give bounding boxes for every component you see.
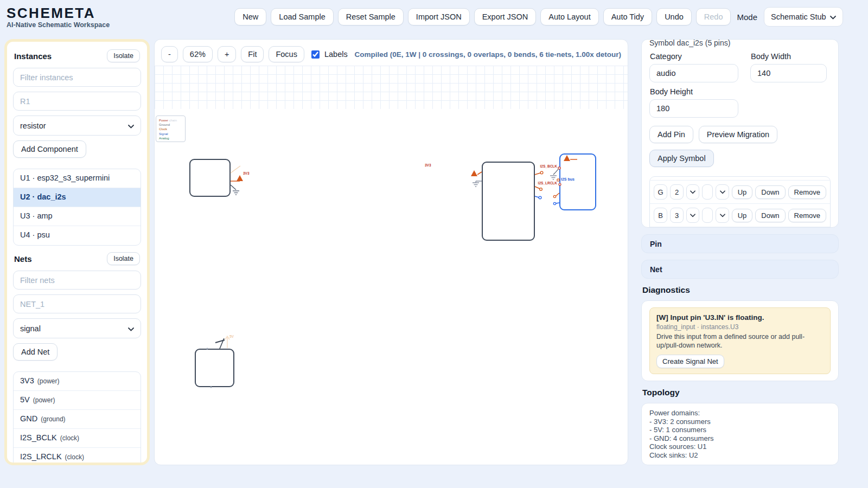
legend-power-label: Power [159,119,168,122]
u2-dac-body-selected[interactable] [559,153,596,210]
net-name-input[interactable] [13,294,141,313]
instance-row-u2[interactable]: U2 · dac_i2s [14,188,141,207]
net-row-gnd[interactable]: GND(ground) [14,410,141,429]
topology-line: Power domains: [649,409,831,418]
fit-button[interactable]: Fit [241,46,264,62]
net-kind: (clock) [60,434,79,442]
net-row-3v3[interactable]: 3V3(power) [14,372,141,391]
pin-name-input[interactable] [654,184,667,200]
instance-type-select[interactable]: resistor [13,115,141,136]
body-width-label: Body Width [751,52,827,61]
pin-extra-input[interactable] [702,184,713,200]
u1-bclk-pin [535,173,540,175]
add-component-button[interactable]: Add Component [13,140,86,158]
pin-up-button[interactable]: Up [732,185,753,199]
instance-row-u4[interactable]: U4 · psu [14,226,141,245]
instances-list: U1 · esp32_s3_supermini U2 · dac_i2s U3 … [13,169,141,246]
auto-layout-button[interactable]: Auto Layout [540,8,598,25]
net-section-header[interactable]: Net [641,260,839,279]
add-pin-button[interactable]: Add Pin [649,126,693,143]
legend-power-row: Power chain [159,118,182,123]
zoom-level-button[interactable]: 62% [183,46,213,62]
body-height-input[interactable] [649,99,738,118]
redo-button[interactable]: Redo [696,8,731,25]
nets-controls: signal Add Net [13,271,141,365]
preview-migration-button[interactable]: Preview Migration [699,126,777,143]
u1-lrclk-pin [535,187,540,189]
focus-button[interactable]: Focus [269,46,304,62]
zoom-in-button[interactable]: + [218,46,236,62]
nets-header: Nets Isolate [14,252,140,265]
body-width-field: Body Width [750,47,827,82]
pin-number-input[interactable] [670,184,684,200]
chevron-down-icon [128,324,134,333]
u1-esp32-body[interactable] [482,162,535,241]
pin-down-button[interactable]: Down [755,209,785,222]
legend-signal-label: Signal [159,132,182,136]
chevron-down-icon [128,121,134,130]
net-row-5v[interactable]: 5V(power) [14,391,141,410]
mode-select-value: Schematic Stub [771,12,826,21]
pin-type-select[interactable] [716,208,729,223]
net-type-select[interactable]: signal [13,318,141,338]
net-label-i2s-bus: I2S bus [561,177,575,181]
pin-number-input[interactable] [670,208,684,223]
labels-toggle[interactable]: Labels [309,49,348,60]
net-kind: (clock) [65,453,84,461]
compile-status: Compiled (0E, 1W | 0 crossings, 0 overla… [355,50,621,59]
net-label-i2s-lrclk: I2S_LRCLK [530,181,557,185]
pin-type-select[interactable] [716,184,729,200]
export-json-button[interactable]: Export JSON [474,8,537,25]
reset-sample-button[interactable]: Reset Sample [338,8,404,25]
topology-line: - 3V3: 2 consumers [649,418,831,426]
net-row-i2s-bclk[interactable]: I2S_BCLK(clock) [14,429,141,448]
arrow-up-icon [225,336,229,339]
symbol-fields-row: Category Body Width [649,47,831,82]
schematic-canvas[interactable]: - 62% + Fit Focus Labels Compiled (0E, 1… [154,39,628,465]
import-json-button[interactable]: Import JSON [408,8,470,25]
legend-power-mode: chain [169,119,177,122]
pin-name-input[interactable] [654,208,667,223]
nets-filter-input[interactable] [13,271,141,290]
create-signal-net-button[interactable]: Create Signal Net [656,355,724,368]
canvas-legend: Power chain Ground Clock Signal Analog [156,115,186,142]
u3-amp-body[interactable] [189,159,231,197]
pin-remove-button[interactable]: Remove [788,209,826,222]
pin-section-header[interactable]: Pin [641,234,839,253]
mode-select[interactable]: Schematic Stub [764,7,843,27]
instance-row-u3[interactable]: U3 · amp [14,207,141,226]
pin-extra-input[interactable] [702,208,713,223]
auto-tidy-button[interactable]: Auto Tidy [603,8,652,25]
load-sample-button[interactable]: Load Sample [271,8,333,25]
net-row-i2s-lrclk[interactable]: I2S_LRCLK(clock) [14,448,141,465]
undo-button[interactable]: Undo [656,8,692,25]
pin-side-select[interactable] [686,184,699,200]
u4-psu-body[interactable] [195,349,234,387]
instances-isolate-button[interactable]: Isolate [107,49,140,62]
instances-filter-input[interactable] [13,68,141,87]
category-input[interactable] [649,64,738,82]
net-name: GND [20,414,37,423]
body-width-input[interactable] [750,64,827,82]
apply-symbol-button[interactable]: Apply Symbol [649,150,714,167]
add-net-button[interactable]: Add Net [13,343,58,361]
canvas-grid [155,66,628,109]
pin-up-button[interactable]: Up [732,209,753,222]
nets-isolate-button[interactable]: Isolate [107,252,140,265]
topology-line: - 5V: 1 consumers [649,426,831,434]
net-name: I2S_LRCLK [20,452,62,461]
net-kind: (power) [37,377,60,385]
u2-tie-wire [553,169,558,175]
pin-side-select[interactable] [686,208,699,223]
pin-remove-button[interactable]: Remove [788,185,826,199]
labels-checkbox[interactable] [311,50,320,59]
instance-row-u1[interactable]: U1 · esp32_s3_supermini [14,169,141,188]
instance-name-input[interactable] [13,92,141,111]
chevron-down-icon [830,12,836,21]
no-connect-icon [215,340,225,343]
pin-down-button[interactable]: Down [755,185,785,199]
zoom-out-button[interactable]: - [161,46,178,62]
instances-title: Instances [14,52,52,61]
new-button[interactable]: New [234,8,266,25]
topology-panel: Power domains: - 3V3: 2 consumers - 5V: … [641,403,839,465]
